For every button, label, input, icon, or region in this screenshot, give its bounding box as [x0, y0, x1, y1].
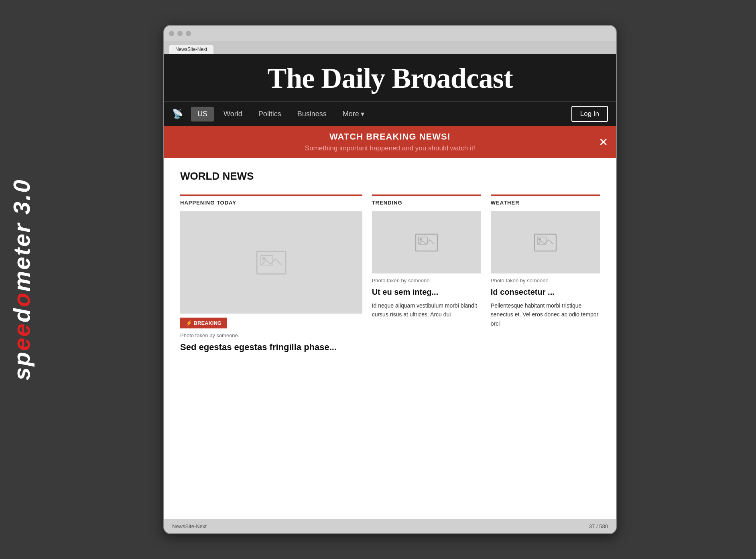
broadcast-icon: 📡 — [172, 109, 183, 119]
column-happening-today: HAPPENING TODAY ⚡ BREAKING Photo taken b… — [180, 194, 362, 353]
weather-photo-credit: Photo taken by someone. — [491, 277, 600, 284]
weather-image — [491, 211, 600, 273]
col-header-trending: TRENDING — [372, 194, 481, 206]
more-label: More — [343, 110, 359, 118]
svg-point-8 — [539, 238, 541, 241]
col-header-happening: HAPPENING TODAY — [180, 194, 362, 206]
section-title: WORLD NEWS — [180, 170, 600, 182]
site-title: The Daily Broadcast — [164, 62, 616, 102]
chrome-dot-3 — [186, 31, 191, 36]
speedometer-label: speedometer 3.0 — [10, 179, 33, 381]
browser-chrome — [164, 26, 616, 41]
main-photo-credit: Photo taken by someone. — [180, 332, 362, 338]
weather-headline[interactable]: Id consectetur ... — [491, 287, 600, 297]
breaking-banner-title: WATCH BREAKING NEWS! — [329, 132, 451, 142]
main-image — [180, 211, 362, 314]
column-trending: TRENDING Photo taken by someone. Ut eu s… — [372, 194, 481, 353]
trending-photo-credit: Photo taken by someone. — [372, 277, 481, 284]
trending-headline[interactable]: Ut eu sem integ... — [372, 287, 481, 297]
speedometer-text: speedometer 3.0 — [10, 179, 33, 381]
chrome-dot-1 — [169, 31, 174, 36]
nav-item-politics[interactable]: Politics — [252, 107, 288, 122]
browser-tab[interactable]: NewsSite-Next — [169, 45, 213, 54]
chrome-dot-2 — [177, 31, 183, 36]
news-grid: HAPPENING TODAY ⚡ BREAKING Photo taken b… — [180, 194, 600, 353]
svg-point-5 — [420, 238, 422, 241]
column-weather: WEATHER Photo taken by someone. Id conse… — [491, 194, 600, 353]
login-button[interactable]: Log In — [571, 106, 608, 122]
bottom-bar: NewsSite-Next 37 / 580 — [164, 519, 616, 533]
nav-item-world[interactable]: World — [217, 107, 249, 122]
close-button[interactable]: ✕ — [599, 136, 608, 149]
nav-item-business[interactable]: Business — [291, 107, 333, 122]
browser-content: The Daily Broadcast 📡 US World Politics … — [164, 54, 616, 533]
nav-item-us[interactable]: US — [191, 107, 214, 122]
breaking-banner: WATCH BREAKING NEWS! Something important… — [164, 126, 616, 158]
pagination: 37 / 580 — [589, 523, 608, 529]
trending-body: Id neque aliquam vestibulum morbi blandi… — [372, 301, 481, 319]
nav-left: 📡 US World Politics Business More ▾ — [172, 106, 371, 122]
breaking-banner-subtitle: Something important happened and you sho… — [305, 144, 475, 152]
weather-body: Pellentesque habitant morbi tristique se… — [491, 301, 600, 328]
news-content: WORLD NEWS HAPPENING TODAY ⚡ BREAKING — [164, 158, 616, 519]
news-header: The Daily Broadcast 📡 US World Politics … — [164, 54, 616, 126]
col-header-weather: WEATHER — [491, 194, 600, 206]
browser-window: NewsSite-Next The Daily Broadcast 📡 US W… — [163, 25, 617, 534]
browser-tabs: NewsSite-Next — [164, 41, 616, 54]
nav-bar: 📡 US World Politics Business More ▾ Log … — [164, 102, 616, 126]
chevron-down-icon: ▾ — [361, 109, 364, 118]
svg-point-2 — [262, 257, 266, 260]
trending-image — [372, 211, 481, 273]
tab-name: NewsSite-Next — [172, 523, 207, 529]
breaking-tag: ⚡ BREAKING — [180, 318, 227, 328]
nav-item-more[interactable]: More ▾ — [336, 106, 371, 122]
main-headline[interactable]: Sed egestas egestas fringilla phase... — [180, 342, 362, 353]
